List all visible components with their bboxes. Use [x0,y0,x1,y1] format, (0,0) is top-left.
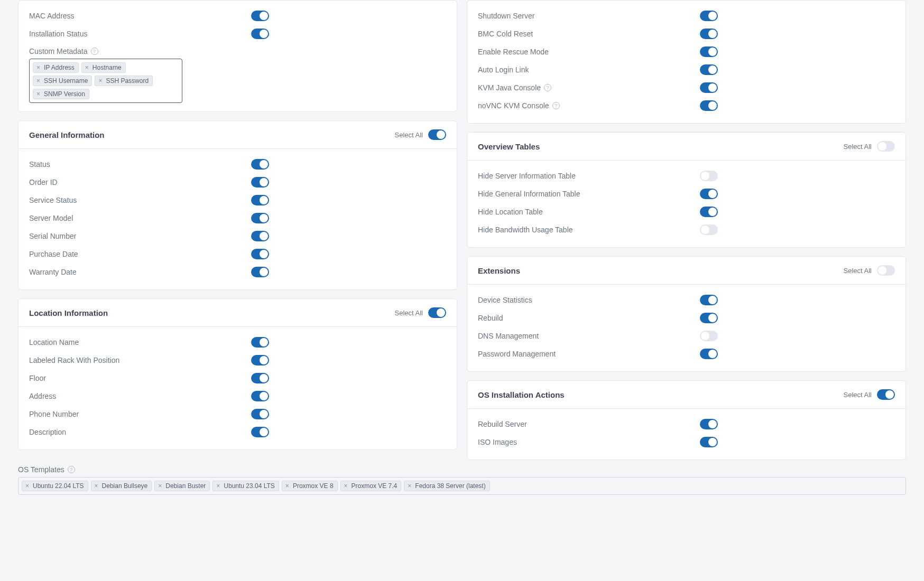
general-item-label: Purchase Date [29,250,78,258]
remove-tag-icon[interactable]: × [406,482,412,490]
server-action-toggle[interactable] [700,29,718,39]
os-templates-label: OS Templates [18,465,64,474]
select-all-label: Select All [844,143,872,151]
server-action-toggle[interactable] [700,64,718,75]
help-icon[interactable]: ? [552,102,560,109]
location-select-all-toggle[interactable] [428,307,446,318]
general-info-title: General Information [29,130,105,139]
general-item-toggle[interactable] [251,159,269,170]
os-template-tag: ×Proxmox VE 8 [282,481,338,491]
custom-metadata-label: Custom Metadata [29,47,88,55]
extensions-select-all-toggle[interactable] [877,265,895,276]
select-all-label: Select All [395,131,423,139]
server-action-label: noVNC KVM Console? [478,101,560,110]
server-action-toggle[interactable] [700,46,718,57]
select-all-label: Select All [395,309,423,317]
extension-item-toggle[interactable] [700,313,718,323]
server-info-label: MAC Address [29,12,75,20]
remove-tag-icon[interactable]: × [157,482,163,490]
os-actions-select-all-toggle[interactable] [877,389,895,400]
metadata-tag: ×IP Address [33,62,79,73]
server-action-label: BMC Cold Reset [478,30,533,38]
location-item-label: Floor [29,374,46,382]
general-item-toggle[interactable] [251,213,269,223]
server-info-label: Installation Status [29,30,88,38]
overview-item-label: Hide Location Table [478,208,543,216]
remove-tag-icon[interactable]: × [24,482,30,490]
overview-item-toggle[interactable] [700,207,718,217]
os-template-tag: ×Debian Buster [154,481,210,491]
remove-tag-icon[interactable]: × [35,64,41,71]
server-info-toggle[interactable] [251,11,269,21]
extension-item-label: Rebuild [478,314,503,322]
extension-item-toggle[interactable] [700,295,718,305]
location-item-label: Address [29,392,56,400]
location-item-toggle[interactable] [251,409,269,419]
extension-item-label: Device Statistics [478,296,532,304]
select-all-label: Select All [844,267,872,275]
location-item-toggle[interactable] [251,427,269,437]
remove-tag-icon[interactable]: × [94,482,99,490]
help-icon[interactable]: ? [91,48,98,55]
select-all-label: Select All [844,391,872,399]
general-item-toggle[interactable] [251,249,269,259]
general-item-label: Status [29,160,50,168]
server-action-toggle[interactable] [700,11,718,21]
general-item-toggle[interactable] [251,195,269,205]
os-templates-input[interactable]: ×Ubuntu 22.04 LTS×Debian Bullseye×Debian… [18,477,906,495]
general-item-toggle[interactable] [251,231,269,241]
metadata-tag: ×SSH Password [95,76,153,86]
overview-tables-title: Overview Tables [478,142,540,151]
os-template-tag: ×Debian Bullseye [91,481,152,491]
location-item-label: Location Name [29,338,79,346]
os-template-tag: ×Ubuntu 23.04 LTS [212,481,279,491]
server-action-label: Enable Rescue Mode [478,48,549,56]
server-action-label: Auto Login Link [478,65,529,74]
os-action-item-label: Rebuild Server [478,420,527,428]
server-action-toggle[interactable] [700,100,718,111]
remove-tag-icon[interactable]: × [97,77,103,85]
server-action-toggle[interactable] [700,82,718,93]
help-icon[interactable]: ? [68,466,75,473]
location-item-toggle[interactable] [251,373,269,383]
remove-tag-icon[interactable]: × [343,482,349,490]
location-item-label: Labeled Rack With Position [29,356,119,364]
overview-select-all-toggle[interactable] [877,141,895,152]
overview-item-label: Hide Bandwidth Usage Table [478,226,573,234]
general-item-toggle[interactable] [251,267,269,277]
remove-tag-icon[interactable]: × [35,90,41,98]
overview-item-label: Hide General Information Table [478,190,580,198]
overview-item-toggle[interactable] [700,171,718,181]
metadata-tag: ×Hostname [81,62,126,73]
general-item-label: Server Model [29,214,73,222]
remove-tag-icon[interactable]: × [215,482,221,490]
os-template-tag: ×Fedora 38 Server (latest) [404,481,489,491]
server-action-label: KVM Java Console? [478,83,551,92]
overview-item-toggle[interactable] [700,224,718,235]
general-item-label: Service Status [29,196,77,204]
location-item-toggle[interactable] [251,391,269,401]
server-info-toggle[interactable] [251,29,269,39]
general-item-label: Order ID [29,178,58,186]
extensions-title: Extensions [478,266,520,275]
remove-tag-icon[interactable]: × [35,77,41,85]
server-action-label: Shutdown Server [478,12,534,20]
overview-item-toggle[interactable] [700,189,718,199]
location-info-title: Location Information [29,308,108,317]
location-item-label: Phone Number [29,410,79,418]
os-action-item-toggle[interactable] [700,437,718,447]
os-action-item-toggle[interactable] [700,419,718,429]
general-item-label: Serial Number [29,232,76,240]
remove-tag-icon[interactable]: × [284,482,290,490]
general-item-toggle[interactable] [251,177,269,188]
location-item-toggle[interactable] [251,337,269,348]
location-item-label: Description [29,428,66,436]
location-item-toggle[interactable] [251,355,269,366]
os-template-tag: ×Ubuntu 22.04 LTS [22,481,88,491]
help-icon[interactable]: ? [544,84,551,91]
extension-item-toggle[interactable] [700,349,718,359]
custom-metadata-input[interactable]: ×IP Address×Hostname×SSH Username×SSH Pa… [29,59,182,103]
general-select-all-toggle[interactable] [428,129,446,140]
remove-tag-icon[interactable]: × [84,64,90,71]
extension-item-toggle[interactable] [700,331,718,341]
